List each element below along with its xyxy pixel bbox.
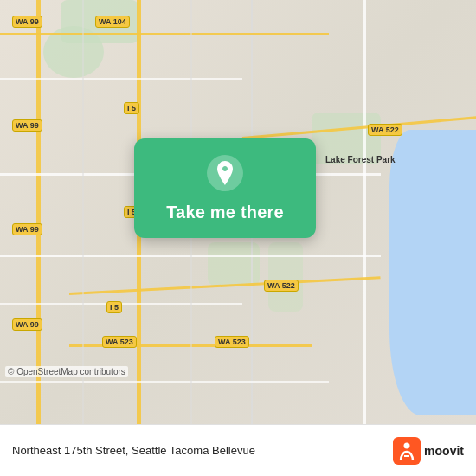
- label-wa522-1: WA 522: [368, 124, 402, 136]
- action-card: Take me there: [134, 138, 316, 238]
- label-wa99-4: WA 99: [12, 318, 42, 331]
- road-v-right: [363, 0, 366, 424]
- label-wa523-1: WA 523: [102, 336, 137, 348]
- label-wa522-2: WA 522: [264, 280, 299, 292]
- label-i5-1: I 5: [124, 102, 139, 114]
- label-wa99-2: WA 99: [12, 119, 42, 132]
- road-wa104-h: [0, 33, 329, 35]
- label-i5-3: I 5: [106, 301, 122, 313]
- lake-washington: [389, 130, 476, 415]
- map-pin-icon: [206, 154, 244, 192]
- road-grid-v1: [82, 0, 84, 424]
- label-wa523-2: WA 523: [215, 336, 249, 348]
- lake-forest-park-label: Lake Forest Park: [325, 154, 396, 165]
- bottom-bar: Northeast 175th Street, Seattle Tacoma B…: [0, 424, 476, 476]
- moovit-logo: moovit: [393, 437, 464, 465]
- moovit-icon: [393, 437, 421, 465]
- svg-point-1: [404, 442, 410, 448]
- take-me-there-button[interactable]: Take me there: [166, 201, 284, 224]
- moovit-brand-text: moovit: [424, 444, 464, 458]
- label-wa99-3: WA 99: [12, 223, 42, 235]
- park-area-5: [268, 242, 303, 312]
- road-grid-h3: [0, 381, 329, 383]
- destination-label: Northeast 175th Street, Seattle Tacoma B…: [12, 444, 393, 457]
- map-container: WA 99 WA 99 WA 99 WA 99 WA 104 I 5 I 5 I…: [0, 0, 476, 424]
- label-wa104: WA 104: [95, 16, 130, 28]
- road-grid-h1: [0, 78, 242, 80]
- osm-attribution: © OpenStreetMap contributors: [5, 366, 128, 377]
- road-wa99: [36, 0, 41, 424]
- label-wa99-1: WA 99: [12, 16, 42, 28]
